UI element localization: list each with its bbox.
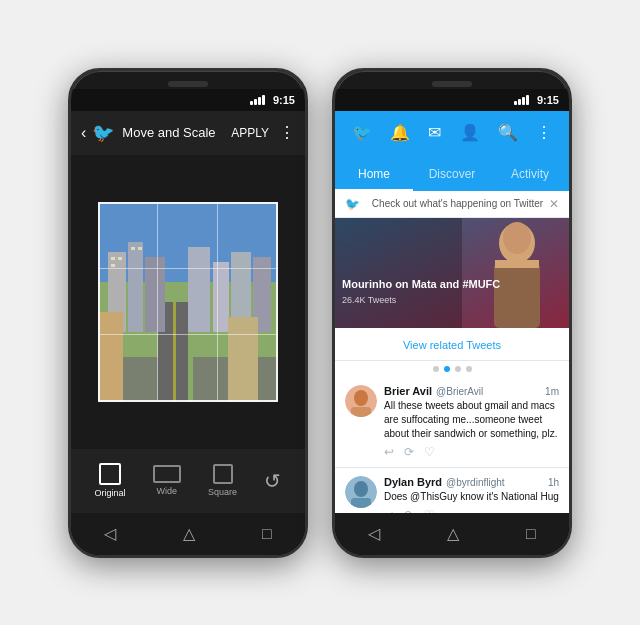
avatar-1 [345,385,377,417]
twitter-content: 🐦 Check out what's happening on Twitter … [335,191,569,513]
notification-text: Check out what's happening on Twitter [372,198,543,209]
notification-bar: 🐦 Check out what's happening on Twitter … [335,191,569,218]
screen-2: 🐦 🔔 ✉ 👤 🔍 ⋮ Home Discover Activity 🐦 Che… [335,111,569,555]
tweet-body-2: Dylan Byrd @byrdinflight 1h Does @ThisGu… [384,476,559,513]
svg-text:26.4K Tweets: 26.4K Tweets [342,295,397,305]
add-user-icon[interactable]: 👤 [460,123,480,142]
view-tweets-label: View related Tweets [403,339,501,351]
svg-rect-3 [173,302,176,402]
page-title: Move and Scale [122,125,231,140]
svg-rect-22 [494,263,540,328]
search-icon[interactable]: 🔍 [498,123,518,142]
reply-icon-1[interactable]: ↩ [384,445,394,459]
svg-text:Mourinho on Mata and #MUFC: Mourinho on Mata and #MUFC [342,278,500,290]
signal-icon-2 [514,95,529,105]
phone-1: 9:15 ‹ 🐦 Move and Scale APPLY ⋮ [68,68,308,558]
trending-card[interactable]: Mourinho on Mata and #MUFC 26.4K Tweets [335,218,569,328]
notif-bird-icon: 🐦 [345,197,360,211]
svg-rect-12 [118,257,122,260]
svg-rect-8 [213,262,229,332]
notifications-icon[interactable]: 🔔 [390,123,410,142]
svg-rect-6 [145,257,165,332]
tweet-time-1: 1m [545,386,559,397]
tab-home[interactable]: Home [335,167,413,191]
recents-nav-button-2[interactable]: □ [526,525,536,543]
svg-rect-33 [351,498,371,508]
more-options-icon[interactable]: ⋮ [279,123,295,142]
photo-area[interactable] [71,155,305,449]
svg-rect-11 [111,257,115,260]
twitter-bird-icon: 🐦 [352,123,372,142]
crop-square-label: Square [208,487,237,497]
crop-photo[interactable] [98,202,278,402]
svg-rect-13 [111,264,115,267]
tweet-handle-1: @BrierAvil [436,386,483,397]
nav-bar-1: ◁ △ □ [71,513,305,555]
carousel-dots [335,361,569,377]
svg-point-32 [354,481,368,497]
crop-option-wide[interactable]: Wide [153,465,181,496]
tweet-header-1: Brier Avil @BrierAvil 1m [384,385,559,397]
more-menu-icon[interactable]: ⋮ [536,123,552,142]
home-nav-button[interactable]: △ [183,524,195,543]
dot-2 [444,366,450,372]
svg-rect-25 [335,218,462,328]
status-bar-2: 9:15 [335,89,569,111]
tweet-name-1: Brier Avil [384,385,432,397]
tab-activity[interactable]: Activity [491,167,569,191]
tweet-actions-1: ↩ ⟳ ♡ [384,445,559,459]
back-icon[interactable]: ‹ [81,124,86,142]
back-nav-button[interactable]: ◁ [104,524,116,543]
crop-option-square[interactable]: Square [208,464,237,497]
tweet-2: Dylan Byrd @byrdinflight 1h Does @ThisGu… [335,468,569,513]
phone-2: 9:15 🐦 🔔 ✉ 👤 🔍 ⋮ Home Discover Activity [332,68,572,558]
dot-1 [433,366,439,372]
tweet-name-2: Dylan Byrd [384,476,442,488]
tweet-header-2: Dylan Byrd @byrdinflight 1h [384,476,559,488]
svg-point-29 [354,390,368,406]
messages-icon[interactable]: ✉ [428,123,441,142]
screen-1: ‹ 🐦 Move and Scale APPLY ⋮ [71,111,305,555]
tweet-1: Brier Avil @BrierAvil 1m All these tweet… [335,377,569,468]
tweet-time-2: 1h [548,477,559,488]
svg-rect-24 [495,260,539,268]
svg-rect-5 [128,242,143,332]
retweet-icon-1[interactable]: ⟳ [404,445,414,459]
twitter-top-bar: 🐦 🔔 ✉ 👤 🔍 ⋮ [335,111,569,155]
tweet-text-2: Does @ThisGuy know it's National Hug [384,490,559,504]
dot-4 [466,366,472,372]
close-notification-icon[interactable]: ✕ [549,197,559,211]
svg-rect-15 [138,247,142,250]
home-nav-button-2[interactable]: △ [447,524,459,543]
view-tweets-button[interactable]: View related Tweets [335,328,569,361]
svg-rect-18 [98,312,123,402]
twitter-logo-icon: 🐦 [92,122,114,144]
crop-toolbar: Original Wide Square ↺ [71,449,305,513]
signal-icon [250,95,265,105]
status-bar-1: 9:15 [71,89,305,111]
nav-bar-2: ◁ △ □ [335,513,569,555]
svg-rect-19 [228,317,258,402]
tweet-body-1: Brier Avil @BrierAvil 1m All these tweet… [384,385,559,459]
tweet-handle-2: @byrdinflight [446,477,505,488]
svg-rect-14 [131,247,135,250]
back-nav-button-2[interactable]: ◁ [368,524,380,543]
crop-option-rotate[interactable]: ↺ [264,469,281,493]
rotate-icon: ↺ [264,469,281,493]
trending-image: Mourinho on Mata and #MUFC 26.4K Tweets [335,218,569,328]
svg-point-23 [503,222,531,254]
status-time-2: 9:15 [537,94,559,106]
status-time-1: 9:15 [273,94,295,106]
crop-wide-label: Wide [157,486,178,496]
crop-option-original[interactable]: Original [95,463,126,498]
svg-rect-30 [351,407,371,417]
tab-discover[interactable]: Discover [413,167,491,191]
svg-rect-7 [188,247,210,332]
recents-nav-button[interactable]: □ [262,525,272,543]
city-image [98,202,278,402]
dot-3 [455,366,461,372]
favorite-icon-1[interactable]: ♡ [424,445,435,459]
apply-button[interactable]: APPLY [231,126,269,140]
app-bar-1: ‹ 🐦 Move and Scale APPLY ⋮ [71,111,305,155]
tweet-text-1: All these tweets about gmail and macs ar… [384,399,559,441]
